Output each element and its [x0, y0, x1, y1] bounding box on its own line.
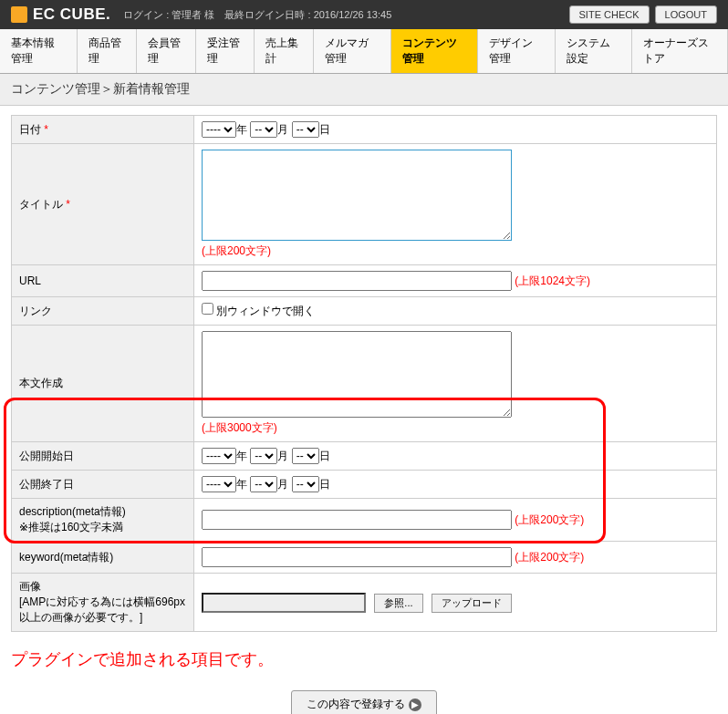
- label-url: URL: [12, 265, 194, 297]
- logout-button[interactable]: LOGOUT: [655, 5, 717, 24]
- title-note: (上限200文字): [202, 244, 271, 257]
- main-tabs: 基本情報管理 商品管理 会員管理 受注管理 売上集計 メルマガ管理 コンテンツ管…: [0, 29, 728, 74]
- url-input[interactable]: [202, 271, 512, 291]
- title-textarea[interactable]: [202, 150, 512, 241]
- body-note: (上限3000文字): [202, 421, 277, 434]
- submit-button[interactable]: この内容で登録する▶: [291, 690, 437, 714]
- logo: EC CUBE.: [11, 5, 110, 24]
- pubstart-day[interactable]: --: [292, 448, 319, 464]
- cell-title: (上限200文字): [194, 144, 717, 265]
- keyword-note: (上限200文字): [515, 551, 584, 564]
- pubend-month[interactable]: --: [250, 476, 277, 492]
- pubstart-year[interactable]: ----: [202, 448, 236, 464]
- cell-url: (上限1024文字): [194, 265, 717, 297]
- cell-pubend: ----年 --月 --日: [194, 471, 717, 499]
- label-date: 日付 *: [12, 116, 194, 144]
- cell-date: ----年 --月 --日: [194, 116, 717, 144]
- breadcrumb: コンテンツ管理＞新着情報管理: [0, 74, 728, 106]
- tab-mailmag[interactable]: メルマガ管理: [314, 29, 391, 73]
- date-day-select[interactable]: --: [292, 121, 319, 138]
- tab-order[interactable]: 受注管理: [196, 29, 255, 73]
- site-check-button[interactable]: SITE CHECK: [569, 5, 650, 24]
- url-note: (上限1024文字): [515, 274, 590, 287]
- image-path-input[interactable]: [202, 593, 366, 613]
- upload-button[interactable]: アップロード: [432, 594, 512, 613]
- label-pubend: 公開終了日: [12, 471, 194, 499]
- cell-link: 別ウィンドウで開く: [194, 297, 717, 326]
- header: EC CUBE. ログイン : 管理者 様 最終ログイン日時 : 2016/12…: [0, 0, 728, 29]
- label-link: リンク: [12, 297, 194, 326]
- date-month-select[interactable]: --: [250, 121, 277, 138]
- tab-member[interactable]: 会員管理: [137, 29, 196, 73]
- cell-pubstart: ----年 --月 --日: [194, 442, 717, 471]
- tab-system[interactable]: システム設定: [556, 29, 633, 73]
- cell-body: (上限3000文字): [194, 326, 717, 442]
- pubend-day[interactable]: --: [292, 476, 319, 492]
- label-image: 画像[AMPに対応する為には横幅696px以上の画像が必要です。]: [12, 574, 194, 632]
- tab-basic[interactable]: 基本情報管理: [0, 29, 78, 73]
- logo-text: EC CUBE.: [33, 5, 110, 24]
- form-table: 日付 * ----年 --月 --日 タイトル * (上限200文字) URL …: [11, 115, 717, 632]
- tab-design[interactable]: デザイン管理: [478, 29, 556, 73]
- keyword-input[interactable]: [202, 547, 512, 567]
- tab-contents[interactable]: コンテンツ管理: [391, 29, 478, 73]
- date-year-select[interactable]: ----: [202, 121, 236, 138]
- link-checkbox[interactable]: [202, 303, 213, 315]
- arrow-icon: ▶: [409, 698, 421, 711]
- desc-note: (上限200文字): [515, 513, 584, 526]
- label-body: 本文作成: [12, 326, 194, 442]
- login-info: ログイン : 管理者 様 最終ログイン日時 : 2016/12/26 13:45: [123, 8, 391, 22]
- desc-input[interactable]: [202, 510, 512, 530]
- label-desc: description(meta情報)※推奨は160文字未満: [12, 499, 194, 542]
- submit-row: この内容で登録する▶: [0, 678, 728, 714]
- logo-icon: [11, 6, 27, 23]
- pubend-year[interactable]: ----: [202, 476, 236, 492]
- link-checkbox-label[interactable]: 別ウィンドウで開く: [202, 305, 315, 317]
- browse-button[interactable]: 参照...: [374, 594, 422, 613]
- form-area: 日付 * ----年 --月 --日 タイトル * (上限200文字) URL …: [0, 106, 728, 641]
- cell-keyword: (上限200文字): [194, 542, 717, 574]
- label-pubstart: 公開開始日: [12, 442, 194, 471]
- pubstart-month[interactable]: --: [250, 448, 277, 464]
- label-keyword: keyword(meta情報): [12, 542, 194, 574]
- body-textarea[interactable]: [202, 331, 512, 418]
- annotation-text: プラグインで追加される項目です。: [0, 641, 728, 678]
- tab-product[interactable]: 商品管理: [78, 29, 137, 73]
- cell-desc: (上限200文字): [194, 499, 717, 542]
- tab-sales[interactable]: 売上集計: [255, 29, 314, 73]
- tab-owners[interactable]: オーナーズストア: [632, 29, 728, 73]
- label-title: タイトル *: [12, 144, 194, 265]
- cell-image: 参照... アップロード: [194, 574, 717, 632]
